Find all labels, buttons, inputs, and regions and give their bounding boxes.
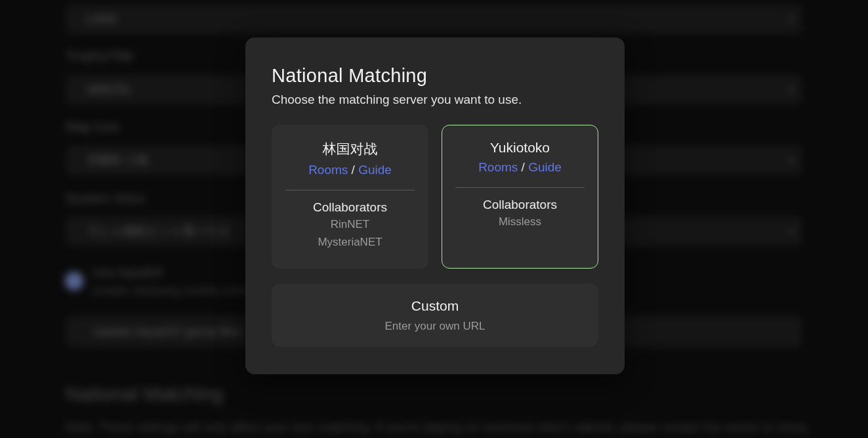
collaborator-name: MysteriaNET <box>272 234 428 250</box>
card-divider <box>285 190 415 190</box>
server-links: Rooms / Guide <box>442 160 598 175</box>
server-links: Rooms / Guide <box>272 163 428 177</box>
rooms-link[interactable]: Rooms <box>478 160 518 174</box>
collaborators-label: Collaborators <box>272 200 428 215</box>
server-options-row: 林国对战 Rooms / Guide Collaborators RinNET … <box>272 125 598 269</box>
custom-server-card[interactable]: Custom Enter your own URL <box>272 284 598 347</box>
collaborators-label: Collaborators <box>442 198 598 212</box>
server-card-yukiotoko[interactable]: Yukiotoko Rooms / Guide Collaborators Mi… <box>442 125 598 269</box>
rooms-link[interactable]: Rooms <box>308 163 348 177</box>
link-separator: / <box>518 160 528 174</box>
collaborator-name: Missless <box>442 214 598 230</box>
server-name: Yukiotoko <box>442 140 598 156</box>
guide-link[interactable]: Guide <box>358 163 392 177</box>
card-divider <box>455 187 585 188</box>
collaborator-name: RinNET <box>272 217 428 232</box>
server-card-linguo[interactable]: 林国对战 Rooms / Guide Collaborators RinNET … <box>272 125 428 269</box>
link-separator: / <box>348 163 358 177</box>
custom-card-title: Custom <box>411 298 459 314</box>
dialog-title: National Matching <box>272 65 598 87</box>
server-name: 林国对战 <box>272 140 428 158</box>
national-matching-dialog: National Matching Choose the matching se… <box>245 37 625 374</box>
guide-link[interactable]: Guide <box>528 160 562 174</box>
custom-card-subtitle: Enter your own URL <box>384 320 485 333</box>
dialog-subtitle: Choose the matching server you want to u… <box>272 93 598 107</box>
